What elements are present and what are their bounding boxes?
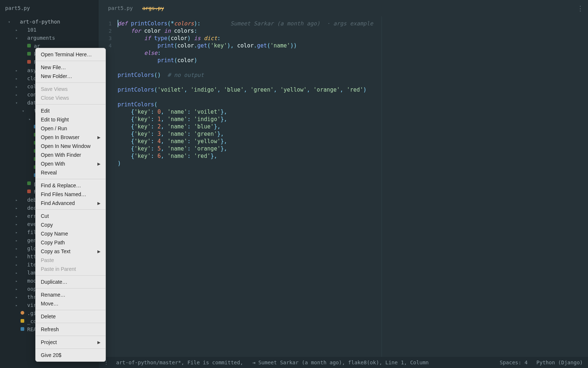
chevron-right-icon[interactable]: ▸ xyxy=(15,85,18,89)
menu-item-rename[interactable]: Rename… xyxy=(36,290,105,299)
menu-separator xyxy=(36,336,105,336)
menu-item-open-in-new-window[interactable]: Open In New Window xyxy=(36,142,105,151)
status-language[interactable]: Python (Django) xyxy=(537,360,583,365)
chevron-right-icon[interactable]: ▸ xyxy=(15,93,18,97)
code-editor[interactable]: 1234 def printColors(*colors): Sumeet Sa… xyxy=(98,16,588,357)
menu-item-project[interactable]: Project▶ xyxy=(36,338,105,347)
menu-item-new-file[interactable]: New File… xyxy=(36,63,105,72)
chevron-down-icon[interactable]: ▾ xyxy=(15,101,18,105)
menu-item-label: Paste xyxy=(41,257,54,263)
menu-item-find-files-named[interactable]: Find Files Named… xyxy=(36,190,105,199)
ruler-line xyxy=(381,16,382,357)
tree-item[interactable]: ▾art-of-python xyxy=(0,18,98,26)
status-lint[interactable]: flake8(ok) xyxy=(348,360,379,365)
menu-item-find-replace[interactable]: Find & Replace… xyxy=(36,181,105,190)
menu-separator xyxy=(36,104,105,105)
menu-item-open-in-browser[interactable]: Open In Browser▶ xyxy=(36,133,105,142)
status-indent[interactable]: Spaces: 4 xyxy=(500,360,528,365)
chevron-right-icon[interactable]: ▸ xyxy=(15,77,18,81)
menu-item-duplicate[interactable]: Duplicate… xyxy=(36,277,105,286)
menu-item-refresh[interactable]: Refresh xyxy=(36,325,105,334)
menu-item-label: Delete xyxy=(41,313,55,320)
chevron-right-icon[interactable]: ▸ xyxy=(15,247,18,251)
more-icon[interactable]: ⋮ xyxy=(577,4,584,12)
menu-item-copy[interactable]: Copy xyxy=(36,220,105,229)
blank-file-icon xyxy=(20,230,25,235)
menu-item-find-advanced[interactable]: Find Advanced▶ xyxy=(36,199,105,208)
chevron-right-icon[interactable]: ▸ xyxy=(15,28,18,32)
menu-item-cut[interactable]: Cut xyxy=(36,212,105,220)
menu-item-label: Refresh xyxy=(41,326,59,333)
tree-item[interactable]: ▾arguments xyxy=(0,34,98,42)
chevron-right-icon[interactable]: ▸ xyxy=(15,287,18,291)
chevron-down-icon[interactable]: ▾ xyxy=(7,20,11,24)
menu-item-close-views: Close Views xyxy=(36,93,105,102)
menu-item-edit[interactable]: Edit xyxy=(36,106,105,115)
blank-file-icon xyxy=(20,76,25,81)
menu-item-copy-as-text[interactable]: Copy as Text▶ xyxy=(36,247,105,256)
menu-item-paste-in-parent: Paste in Parent xyxy=(36,265,105,273)
blank-file-icon xyxy=(20,303,25,308)
chevron-right-icon[interactable]: ▸ xyxy=(15,68,18,72)
menu-item-new-folder[interactable]: New Folder… xyxy=(36,72,105,81)
chevron-right-icon[interactable]: ▸ xyxy=(28,117,32,121)
chevron-down-icon[interactable]: ▾ xyxy=(21,109,25,113)
chevron-down-icon[interactable]: ▾ xyxy=(15,36,18,40)
blank-file-icon xyxy=(20,28,25,32)
menu-item-label: Copy Path xyxy=(41,239,65,246)
menu-item-edit-to-right[interactable]: Edit to Right xyxy=(36,115,105,124)
menu-item-open-run[interactable]: Open / Run xyxy=(36,124,105,133)
menu-item-reveal[interactable]: Reveal xyxy=(36,168,105,177)
chevron-right-icon[interactable]: ▸ xyxy=(15,214,18,218)
menu-item-label: Duplicate… xyxy=(41,279,67,285)
menu-item-copy-path[interactable]: Copy Path xyxy=(36,238,105,247)
menu-separator xyxy=(36,209,105,210)
submenu-arrow-icon: ▶ xyxy=(97,134,100,141)
menu-item-open-with-finder[interactable]: Open With Finder xyxy=(36,151,105,159)
text-cursor xyxy=(118,20,118,27)
menu-separator xyxy=(36,82,105,83)
status-branch[interactable]: art-of-python/master* xyxy=(116,360,181,365)
menu-item-label: Copy xyxy=(41,222,53,228)
tree-item-label: art-of-python xyxy=(20,19,60,25)
blank-file-icon xyxy=(20,92,25,97)
chevron-right-icon[interactable]: ▸ xyxy=(15,255,18,259)
menu-item-save-views: Save Views xyxy=(36,85,105,93)
open-file[interactable]: part5.py xyxy=(0,4,98,13)
menu-item-copy-name[interactable]: Copy Name xyxy=(36,229,105,238)
chevron-right-icon[interactable]: ▸ xyxy=(15,206,18,210)
line-number: 2 xyxy=(98,27,112,35)
tree-item[interactable]: ▸101 xyxy=(0,26,98,34)
chevron-right-icon[interactable]: ▸ xyxy=(15,222,18,226)
chevron-right-icon[interactable]: ▸ xyxy=(15,230,18,234)
chevron-right-icon[interactable]: ▸ xyxy=(15,238,18,243)
chevron-right-icon[interactable]: ▸ xyxy=(15,198,18,202)
arrow-right-icon: ⇥ xyxy=(252,360,255,365)
menu-item-give-20[interactable]: Give 20$ xyxy=(36,351,105,360)
menu-item-label: Project xyxy=(41,339,57,346)
chevron-right-icon[interactable]: ▸ xyxy=(15,303,18,307)
chevron-right-icon[interactable]: ▸ xyxy=(15,271,18,275)
menu-item-label: Close Views xyxy=(41,95,69,101)
menu-item-move[interactable]: Move… xyxy=(36,299,105,308)
menu-item-open-terminal-here[interactable]: Open Terminal Here… xyxy=(36,50,105,59)
chevron-right-icon[interactable]: ▸ xyxy=(15,279,18,283)
menu-separator xyxy=(36,61,105,61)
menu-item-paste: Paste xyxy=(36,256,105,265)
line-number: 3 xyxy=(98,35,112,42)
menu-separator xyxy=(36,179,105,179)
menu-item-label: Move… xyxy=(41,300,58,307)
blank-file-icon xyxy=(20,287,25,291)
menu-item-label: Open Terminal Here… xyxy=(41,51,92,58)
chevron-right-icon[interactable]: ▸ xyxy=(15,295,18,299)
code-content[interactable]: def printColors(*colors): Sumeet Sarkar … xyxy=(115,16,588,357)
rst-file-icon xyxy=(26,190,32,194)
tab-args-py[interactable]: args.py xyxy=(142,5,173,11)
menu-item-open-with[interactable]: Open With▶ xyxy=(36,159,105,168)
chevron-right-icon[interactable]: ▸ xyxy=(15,263,18,267)
menu-item-label: Open With Finder xyxy=(41,152,81,158)
tab-part5-py[interactable]: part5.py xyxy=(108,5,142,11)
menu-item-delete[interactable]: Delete xyxy=(36,312,105,321)
blank-file-icon xyxy=(20,254,25,259)
blank-file-icon xyxy=(20,68,25,73)
